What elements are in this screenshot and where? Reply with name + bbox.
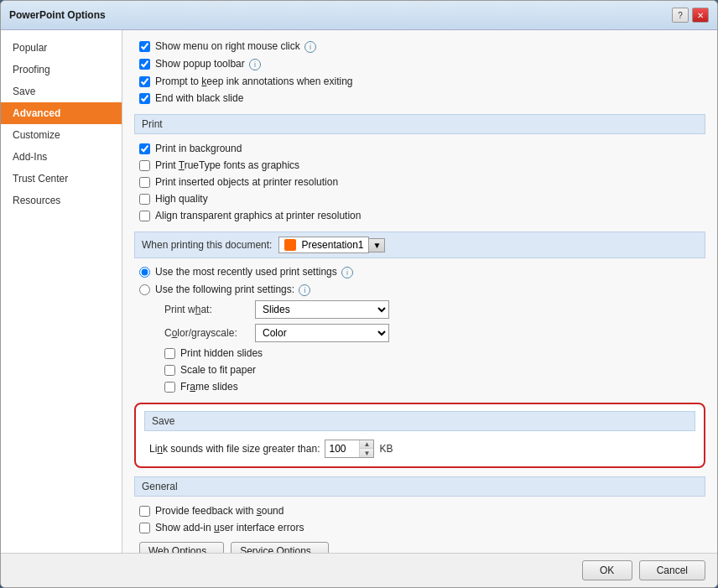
sidebar: PopularProofingSaveAdvancedCustomizeAdd-… — [1, 30, 122, 553]
radio-row-following: Use the following print settings: i — [134, 281, 705, 299]
checkbox-row-print-bg: Print in background — [134, 141, 705, 156]
radio-recent-info-icon[interactable]: i — [341, 267, 353, 278]
title-bar: PowerPoint Options ? ✕ — [1, 1, 717, 30]
show-popup-checkbox[interactable] — [139, 59, 150, 70]
radio-following-info-icon[interactable]: i — [299, 284, 310, 296]
checkbox-row-show-menu: Show menu on right mouse click i — [134, 39, 705, 55]
addin-errors-checkbox[interactable] — [139, 523, 150, 533]
save-section-header: Save — [144, 411, 695, 431]
when-printing-section: When printing this document: Presentatio… — [134, 232, 705, 394]
print-what-label: Print what: — [164, 304, 248, 315]
sidebar-item-save[interactable]: Save — [1, 81, 122, 102]
kb-label: KB — [379, 443, 393, 455]
checkbox-row-align-transparent: Align transparent graphics at printer re… — [134, 208, 705, 223]
link-sounds-label: Link sounds with file size greater than: — [149, 443, 320, 455]
color-label: Color/grayscale: — [164, 327, 248, 339]
show-menu-label[interactable]: Show menu on right mouse click i — [155, 40, 316, 53]
print-hidden-label[interactable]: Print hidden slides — [180, 347, 263, 359]
close-button[interactable]: ✕ — [692, 8, 709, 23]
checkbox-row-print-inserted: Print inserted objects at printer resolu… — [134, 174, 705, 190]
radio-recent-label[interactable]: Use the most recently used print setting… — [155, 266, 353, 278]
show-popup-info-icon[interactable]: i — [249, 59, 261, 70]
align-transparent-label[interactable]: Align transparent graphics at printer re… — [155, 210, 361, 221]
checkbox-row-high-quality: High quality — [134, 191, 705, 206]
service-options-button[interactable]: Service Options... — [231, 542, 329, 553]
show-menu-info-icon[interactable]: i — [304, 41, 316, 53]
sidebar-item-popular[interactable]: Popular — [1, 37, 122, 59]
print-background-label[interactable]: Print in background — [155, 143, 242, 154]
spinbox-up-button[interactable]: ▲ — [360, 440, 373, 449]
radio-following-label[interactable]: Use the following print settings: i — [155, 284, 310, 296]
help-button[interactable]: ? — [672, 8, 689, 23]
high-quality-checkbox[interactable] — [139, 194, 150, 205]
dialog-body: PopularProofingSaveAdvancedCustomizeAdd-… — [1, 30, 717, 553]
prompt-ink-checkbox[interactable] — [139, 76, 150, 87]
checkbox-row-end-black: End with black slide — [134, 91, 705, 106]
frame-slides-label[interactable]: Frame slides — [180, 381, 238, 393]
print-inserted-label[interactable]: Print inserted objects at printer resolu… — [155, 176, 338, 188]
feedback-sound-checkbox[interactable] — [139, 506, 150, 517]
scale-fit-checkbox[interactable] — [164, 365, 175, 376]
link-sounds-input[interactable] — [325, 440, 359, 457]
link-sounds-spinbox: ▲ ▼ — [325, 440, 374, 458]
link-sounds-row: Link sounds with file size greater than:… — [144, 438, 695, 460]
show-popup-label[interactable]: Show popup toolbar i — [155, 58, 261, 70]
general-section-header: General — [134, 476, 705, 497]
checkbox-row-feedback-sound: Provide feedback with sound — [134, 503, 705, 518]
scale-fit-label[interactable]: Scale to fit paper — [180, 364, 256, 376]
checkbox-row-show-popup: Show popup toolbar i — [134, 56, 705, 72]
feedback-sound-label[interactable]: Provide feedback with sound — [155, 505, 284, 517]
dialog-title: PowerPoint Options — [9, 9, 106, 21]
sidebar-item-resources[interactable]: Resources — [1, 190, 122, 211]
show-menu-checkbox[interactable] — [139, 41, 150, 52]
doc-selector: Presentation1 — [278, 237, 369, 253]
sidebar-item-add-ins[interactable]: Add-Ins — [1, 146, 122, 168]
general-section: General Provide feedback with sound Show… — [134, 476, 705, 553]
checkbox-row-print-hidden: Print hidden slides — [159, 346, 705, 361]
end-black-checkbox[interactable] — [139, 93, 150, 104]
high-quality-label[interactable]: High quality — [155, 193, 208, 205]
print-section: Print Print in background Print TrueType… — [134, 114, 705, 223]
color-select[interactable]: Color Grayscale Pure Black and White — [255, 324, 389, 342]
spinbox-down-button[interactable]: ▼ — [360, 449, 373, 457]
powerpoint-options-dialog: PowerPoint Options ? ✕ PopularProofingSa… — [0, 0, 718, 588]
top-checkboxes-section: Show menu on right mouse click i Show po… — [134, 39, 705, 106]
radio-following[interactable] — [139, 284, 150, 295]
print-truetype-checkbox[interactable] — [139, 160, 150, 171]
doc-selector-icon — [284, 239, 296, 251]
print-background-checkbox[interactable] — [139, 143, 150, 154]
checkbox-row-addin-errors: Show add-in user interface errors — [134, 520, 705, 535]
following-settings-indent: Print what: Slides Handouts Notes Pages … — [134, 299, 705, 394]
when-printing-label: When printing this document: — [142, 239, 272, 251]
print-truetype-label[interactable]: Print TrueType fonts as graphics — [155, 159, 299, 171]
prompt-ink-label[interactable]: Prompt to keep ink annotations when exit… — [155, 75, 352, 87]
print-what-select[interactable]: Slides Handouts Notes Pages Outline View — [255, 300, 389, 319]
doc-name: Presentation1 — [301, 239, 363, 251]
sidebar-item-advanced[interactable]: Advanced — [1, 102, 122, 124]
checkbox-row-frame-slides: Frame slides — [159, 379, 705, 394]
sidebar-item-trust-center[interactable]: Trust Center — [1, 168, 122, 190]
print-what-row: Print what: Slides Handouts Notes Pages … — [159, 299, 705, 320]
end-black-label[interactable]: End with black slide — [155, 92, 243, 104]
doc-dropdown-button[interactable]: ▼ — [369, 238, 385, 252]
print-hidden-checkbox[interactable] — [164, 348, 175, 359]
print-inserted-checkbox[interactable] — [139, 177, 150, 188]
align-transparent-checkbox[interactable] — [139, 211, 150, 221]
main-content: Show menu on right mouse click i Show po… — [122, 30, 717, 553]
web-options-button[interactable]: Web Options... — [139, 542, 224, 553]
addin-errors-label[interactable]: Show add-in user interface errors — [155, 522, 304, 533]
print-doc-bar: When printing this document: Presentatio… — [134, 232, 705, 258]
checkbox-row-print-tt: Print TrueType fonts as graphics — [134, 158, 705, 173]
checkbox-row-scale-fit: Scale to fit paper — [159, 362, 705, 377]
dialog-footer: OK Cancel — [1, 553, 717, 587]
frame-slides-checkbox[interactable] — [164, 382, 175, 393]
spinbox-buttons: ▲ ▼ — [359, 440, 373, 457]
cancel-button[interactable]: Cancel — [639, 560, 705, 580]
general-buttons-row: Web Options... Service Options... — [134, 537, 705, 553]
sidebar-item-customize[interactable]: Customize — [1, 124, 122, 146]
radio-recent[interactable] — [139, 267, 150, 278]
ok-button[interactable]: OK — [582, 560, 632, 580]
title-bar-buttons: ? ✕ — [672, 8, 709, 23]
print-section-header: Print — [134, 114, 705, 134]
sidebar-item-proofing[interactable]: Proofing — [1, 59, 122, 81]
